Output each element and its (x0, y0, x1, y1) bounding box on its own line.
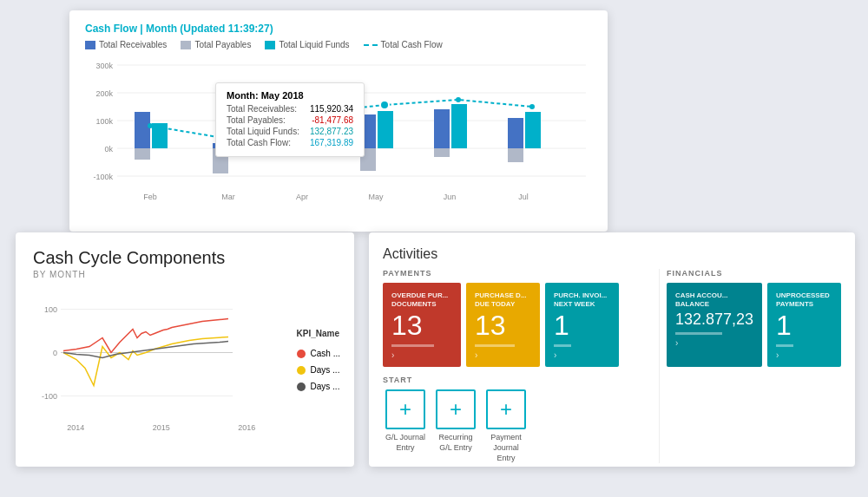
legend-cash: Cash ... (297, 349, 340, 358)
cycle-legend: KPI_Name Cash ... Days ... Days ... (297, 288, 340, 432)
svg-point-37 (380, 101, 389, 109)
svg-rect-11 (135, 148, 150, 160)
tooltip-payables-label: Total Payables: (227, 115, 286, 125)
legend-liquid-icon (265, 41, 275, 49)
days1-dot (297, 366, 306, 375)
legend-payables-icon (181, 41, 191, 49)
cash-balance-label: CASH ACCOU...BALANCE (675, 291, 753, 308)
svg-rect-27 (434, 148, 450, 157)
cashcycle-card: Cash Cycle Components BY MONTH 100 0 -10… (16, 232, 354, 467)
cashflow-card: Cash Flow | Month (Updated 11:39:27) Tot… (69, 10, 608, 232)
overdue-bar (391, 344, 434, 347)
kpi-name-label: KPI_Name (297, 329, 340, 338)
svg-rect-10 (135, 112, 150, 148)
svg-text:200k: 200k (95, 89, 113, 98)
start-section: START + G/L Journal Entry + Recurring G/… (383, 376, 652, 463)
legend-liquid: Total Liquid Funds (265, 40, 349, 49)
gl-journal-icon-box: + (385, 389, 425, 429)
svg-text:Apr: Apr (296, 193, 308, 201)
purch-inv-label: PURCH. INVOI...NEXT WEEK (554, 291, 610, 308)
svg-text:300k: 300k (95, 62, 113, 70)
cashflow-chart-area: 300k 200k 100k 0k -100k Feb Mar (85, 56, 592, 208)
tooltip-liquid-value: 132,877.23 (310, 127, 353, 136)
svg-rect-32 (525, 112, 541, 148)
tooltip-receivables-label: Total Receivables: (227, 104, 297, 114)
legend-days2: Days ... (297, 382, 340, 391)
days2-dot (297, 383, 306, 391)
legend-cashflow: Total Cash Flow (364, 40, 443, 49)
overdue-number: 13 (391, 311, 452, 339)
cash-balance-bar (675, 332, 722, 335)
x-label-2016: 2016 (238, 423, 255, 432)
unprocessed-label: UNPROCESSEDPAYMENTS (776, 291, 832, 308)
purchase-due-tile[interactable]: PURCHASE D...DUE TODAY 13 › (466, 283, 540, 367)
svg-text:-100k: -100k (93, 173, 113, 181)
svg-text:100: 100 (44, 305, 57, 314)
payments-section: PAYMENTS OVERDUE PUR...DOCUMENTS 13 › PU… (383, 269, 652, 463)
tooltip-receivables-value: 115,920.34 (310, 104, 353, 114)
financials-label: FINANCIALS (667, 269, 841, 278)
gl-journal-tile[interactable]: + G/L Journal Entry (383, 389, 428, 463)
cash-balance-chevron: › (675, 338, 753, 348)
cycle-chart-area: 100 0 -100 2014 2015 2016 KPI (33, 288, 340, 432)
svg-text:Mar: Mar (221, 193, 235, 201)
gl-journal-label: G/L Journal Entry (383, 433, 428, 453)
svg-text:100k: 100k (95, 117, 113, 126)
tooltip-cashflow-label: Total Cash Flow: (227, 138, 291, 147)
unprocessed-bar (776, 344, 793, 347)
section-divider (659, 269, 660, 463)
cashcycle-title: Cash Cycle Components (33, 248, 340, 268)
tooltip-payables: Total Payables: -81,477.68 (227, 115, 353, 125)
tooltip-cashflow-value: 167,319.89 (310, 138, 353, 147)
payment-tiles-row: OVERDUE PUR...DOCUMENTS 13 › PURCHASE D.… (383, 283, 652, 367)
recurring-tile[interactable]: + Recurring G/L Entry (433, 389, 478, 463)
svg-point-39 (529, 104, 535, 109)
purch-inv-bar (554, 344, 571, 347)
tooltip-title: Month: May 2018 (227, 90, 353, 101)
recurring-icon-box: + (436, 389, 476, 429)
overdue-purchases-tile[interactable]: OVERDUE PUR...DOCUMENTS 13 › (383, 283, 461, 367)
legend-receivables: Total Receivables (85, 40, 167, 49)
x-label-2015: 2015 (153, 423, 170, 432)
cycle-x-axis: 2014 2015 2016 (33, 423, 290, 432)
legend-cashflow-icon (364, 44, 378, 46)
svg-text:May: May (368, 193, 384, 201)
x-label-2014: 2014 (67, 423, 84, 432)
cash-balance-tile[interactable]: CASH ACCOU...BALANCE 132.877,23 › (667, 283, 762, 367)
unprocessed-number: 1 (776, 311, 832, 339)
svg-point-38 (456, 97, 461, 102)
cycle-svg: 100 0 -100 (33, 288, 241, 418)
tooltip-liquid: Total Liquid Funds: 132,877.23 (227, 127, 353, 136)
purchase-due-chevron: › (475, 350, 531, 360)
activities-title: Activities (383, 246, 841, 262)
svg-text:0: 0 (53, 349, 57, 357)
cash-label: Cash ... (311, 349, 340, 358)
svg-text:-100: -100 (42, 392, 57, 401)
purch-inv-tile[interactable]: PURCH. INVOI...NEXT WEEK 1 › (545, 283, 619, 367)
overdue-label: OVERDUE PUR...DOCUMENTS (391, 291, 452, 308)
purchase-due-label: PURCHASE D...DUE TODAY (475, 291, 531, 308)
legend-liquid-label: Total Liquid Funds (279, 40, 349, 49)
payment-journal-tile[interactable]: + Payment Journal Entry (483, 389, 529, 463)
svg-text:0k: 0k (104, 145, 113, 154)
financials-tiles-row: CASH ACCOU...BALANCE 132.877,23 › UNPROC… (667, 283, 841, 367)
payments-label: PAYMENTS (383, 269, 652, 278)
svg-rect-12 (152, 123, 168, 148)
payment-journal-label: Payment Journal Entry (483, 433, 529, 463)
purch-inv-chevron: › (554, 350, 610, 360)
activities-body: PAYMENTS OVERDUE PUR...DOCUMENTS 13 › PU… (383, 269, 841, 463)
svg-point-34 (148, 123, 153, 128)
tooltip-payables-value: -81,477.68 (312, 115, 353, 125)
svg-rect-31 (508, 148, 523, 162)
purch-inv-number: 1 (554, 311, 610, 339)
payment-journal-icon-box: + (486, 389, 526, 429)
purchase-due-number: 13 (475, 311, 531, 339)
purchase-due-bar (475, 344, 515, 347)
tooltip-receivables: Total Receivables: 115,920.34 (227, 104, 353, 114)
overdue-chevron: › (391, 350, 452, 360)
cashcycle-subtitle: BY MONTH (33, 270, 340, 279)
start-tiles-row: + G/L Journal Entry + Recurring G/L Entr… (383, 389, 652, 463)
cashflow-title: Cash Flow | Month (Updated 11:39:27) (85, 23, 592, 35)
legend-payables: Total Payables (181, 40, 251, 49)
unprocessed-tile[interactable]: UNPROCESSEDPAYMENTS 1 › (767, 283, 841, 367)
